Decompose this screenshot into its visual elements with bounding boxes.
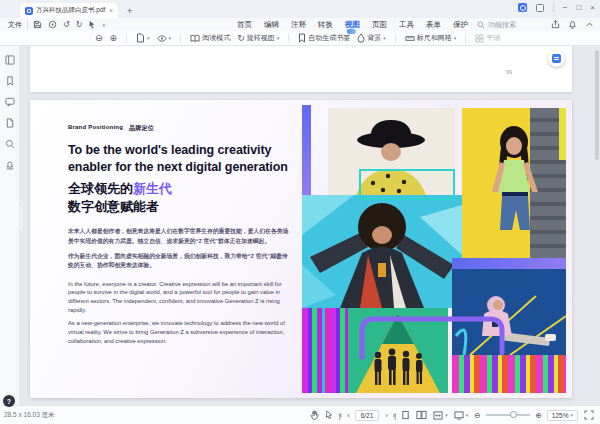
photo-group-walking <box>348 308 448 393</box>
menu-注释[interactable]: 注释 <box>291 20 306 30</box>
tile-button: 平铺 <box>475 33 500 43</box>
divider <box>180 34 181 43</box>
collapse-toolbar-icon[interactable] <box>585 20 594 29</box>
undo-icon[interactable]: ↺ <box>63 20 70 29</box>
read-mode-label: 阅读模式 <box>202 33 230 43</box>
heading-english: To be the world's leading creativity ena… <box>68 142 290 175</box>
close-button[interactable]: × <box>590 3 595 12</box>
glitch-texture-left <box>302 308 348 393</box>
menu-保护[interactable]: 保护 <box>453 20 468 30</box>
workspace-icon[interactable] <box>536 4 544 12</box>
menu-工具[interactable]: 工具 <box>399 20 414 30</box>
left-panel-bar <box>0 46 20 405</box>
new-tab-button[interactable]: + <box>127 4 132 18</box>
chevron-down-icon: ▾ <box>277 35 280 41</box>
cursor-tool-icon[interactable] <box>88 20 96 29</box>
bookmarks-panel-icon[interactable] <box>5 76 15 86</box>
page-indicator-input[interactable]: 6/21 <box>355 410 380 421</box>
first-page-button[interactable]: |‹ <box>339 411 341 420</box>
stamps-panel-icon[interactable] <box>5 160 15 170</box>
file-menu[interactable]: 文件 <box>8 20 22 30</box>
section-eyebrow: Brand Positioning 品牌定位 <box>68 124 290 133</box>
ruler-grid-label: 标尺和网格 <box>417 33 452 43</box>
status-bar: 28.5 x 16.03 厘米 |‹ ‹ 6/21 › ›| ▾ ▾ ⊖ ⊕ 1… <box>0 405 600 424</box>
zoom-out-icon[interactable]: ⊖ <box>95 33 103 43</box>
heading-zh-prefix: 全球领先的 <box>68 181 133 196</box>
zoom-in-icon[interactable]: ⊕ <box>110 33 118 43</box>
thumbnails-panel-icon[interactable] <box>5 55 15 65</box>
account-icon[interactable] <box>518 3 527 12</box>
redo-icon[interactable]: ↻ <box>76 20 83 29</box>
ruler-grid-dropdown[interactable]: 标尺和网格 ▾ <box>405 33 457 43</box>
photo-girl-street <box>462 108 566 258</box>
panel-collapse-handle[interactable] <box>20 205 24 231</box>
vertical-scrollbar[interactable] <box>595 50 599 160</box>
chevron-down-icon: ▾ <box>570 412 573 418</box>
previous-page-bottom: 99 <box>30 46 572 92</box>
view-toolbar: ⊖ ⊕ ▾ ▾ 阅读模式 ↻ 旋转视图 ▾ 自动生成书签 背景 <box>0 31 600 46</box>
view-mode-dropdown[interactable]: ▾ <box>157 34 172 43</box>
background-dropdown[interactable]: 背景 ▾ <box>357 33 386 43</box>
divider <box>465 34 466 43</box>
menu-首页[interactable]: 首页 <box>237 20 252 30</box>
eyebrow-en: Brand Positioning <box>68 124 123 133</box>
save-icon[interactable] <box>33 20 42 29</box>
rotate-icon: ↻ <box>237 33 245 43</box>
document-tab[interactable]: 万兴科技品牌白皮书.pdf × <box>20 3 118 18</box>
menu-转换[interactable]: 转换 <box>318 20 333 30</box>
attachments-panel-icon[interactable] <box>5 118 15 128</box>
read-mode-button[interactable]: 阅读模式 <box>190 33 230 43</box>
feature-search[interactable]: 功能搜索 <box>477 20 516 30</box>
bookmark-icon <box>298 33 306 43</box>
search-icon <box>477 21 485 29</box>
gradient-strip <box>302 105 311 195</box>
zoom-out-button[interactable]: ⊖ <box>474 411 479 420</box>
page-display-dropdown[interactable]: ▾ <box>136 33 150 43</box>
print-icon[interactable] <box>48 20 57 29</box>
select-tool-icon[interactable] <box>325 410 333 420</box>
zoom-slider[interactable] <box>486 414 530 416</box>
heading-zh-line2: 数字创意赋能者 <box>68 199 159 214</box>
fit-page-icon <box>454 411 464 420</box>
next-page-button[interactable]: › <box>385 411 387 420</box>
menu-编辑[interactable]: 编辑 <box>264 20 279 30</box>
pdf-page[interactable]: Brand Positioning 品牌定位 To be the world's… <box>30 100 572 398</box>
tab-close-icon[interactable]: × <box>109 7 113 14</box>
comments-panel-icon[interactable] <box>5 97 15 107</box>
chevron-down-icon: ▾ <box>383 35 386 41</box>
app-logo-icon <box>25 7 33 15</box>
photo-collage[interactable] <box>302 105 566 393</box>
chevron-down-icon[interactable]: ▾ <box>102 22 105 28</box>
zoom-level-dropdown[interactable]: 125% ▾ <box>547 410 578 421</box>
help-button[interactable]: ? <box>3 395 15 407</box>
floating-tool-button[interactable] <box>548 50 565 67</box>
two-page-view-icon[interactable] <box>416 410 427 420</box>
notification-icon[interactable] <box>568 20 577 29</box>
fit-width-dropdown[interactable]: ▾ <box>433 411 448 420</box>
menu-页面[interactable]: 页面 <box>372 20 387 30</box>
divider <box>288 34 289 43</box>
minimize-button[interactable]: − <box>563 3 568 12</box>
eye-icon <box>157 34 167 43</box>
document-canvas[interactable]: 99 Brand Positioning 品牌定位 To be the worl… <box>20 46 600 405</box>
pdf-editor-window: 万兴科技品牌白皮书.pdf × + − □ × 文件 ↺ ↻ ▾ 首页编辑注释转… <box>0 0 600 424</box>
fit-width-icon <box>433 411 443 420</box>
menu-表单[interactable]: 表单 <box>426 20 441 30</box>
zoom-in-button[interactable]: ⊕ <box>536 411 541 420</box>
share-icon[interactable] <box>551 20 560 29</box>
page-footer-number: 99 <box>506 69 512 75</box>
fullscreen-icon[interactable] <box>584 410 594 420</box>
previous-page-button[interactable]: ‹ <box>347 411 349 420</box>
maximize-button[interactable]: □ <box>576 3 581 12</box>
zoom-slider-thumb[interactable] <box>510 411 517 418</box>
hand-tool-icon[interactable] <box>310 410 319 420</box>
zoom-level-value: 125% <box>552 412 569 419</box>
divider <box>553 3 554 12</box>
search-panel-icon[interactable] <box>5 139 15 149</box>
menu-视图[interactable]: 视图 <box>345 20 360 30</box>
fit-page-dropdown[interactable]: ▾ <box>454 411 469 420</box>
rotate-view-dropdown[interactable]: ↻ 旋转视图 ▾ <box>237 33 279 43</box>
auto-bookmark-button[interactable]: 自动生成书签 <box>298 33 350 43</box>
single-page-view-icon[interactable] <box>401 410 410 420</box>
last-page-button[interactable]: ›| <box>393 411 395 420</box>
